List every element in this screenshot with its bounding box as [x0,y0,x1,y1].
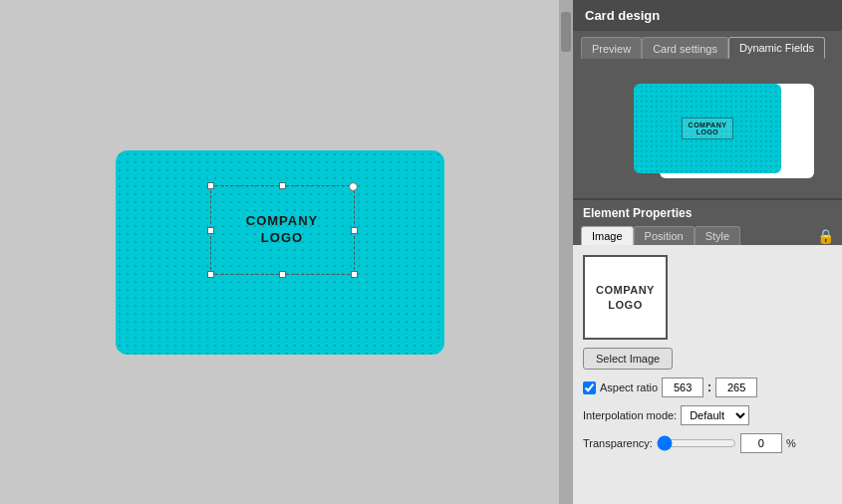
preview-card-main: COMPANYLOGO [634,84,781,173]
element-logo-text: COMPANY LOGO [596,283,655,312]
transparency-slider[interactable] [657,436,736,450]
handle-bot-center[interactable] [279,271,286,278]
lock-icon: 🔒 [817,228,834,244]
handle-top-right[interactable] [349,182,358,191]
tab-card-settings[interactable]: Card settings [642,37,728,59]
scrollbar-thumb[interactable] [561,12,571,52]
aspect-ratio-width[interactable] [662,378,703,397]
tab-dynamic-fields[interactable]: Dynamic Fields [728,37,825,59]
tab-preview[interactable]: Preview [581,37,642,59]
interpolation-select[interactable]: Default Linear Nearest Cubic [681,405,749,425]
interpolation-label: Interpolation mode: [583,409,677,421]
image-element-panel: COMPANY LOGO Select Image Aspect ratio :… [573,245,842,504]
element-logo-preview: COMPANY LOGO [583,255,668,340]
transparency-row: Transparency: % [583,433,832,453]
aspect-ratio-height[interactable] [715,378,757,397]
element-props-tabs: Image Position Style 🔒 [573,224,842,245]
handle-top-center[interactable] [279,182,286,189]
handle-top-left[interactable] [207,182,214,189]
aspect-ratio-checkbox[interactable] [583,381,596,394]
handle-bot-left[interactable] [207,271,214,278]
preview-logo-box: COMPANYLOGO [682,118,734,139]
transparency-label: Transparency: [583,437,653,449]
canvas-card[interactable]: COMPANYLOGO [116,150,444,355]
aspect-ratio-label: Aspect ratio [600,381,658,393]
selected-logo-element[interactable]: COMPANYLOGO [210,185,355,275]
card-design-tabs: Preview Card settings Dynamic Fields [573,31,842,59]
canvas-logo-text: COMPANYLOGO [246,213,318,247]
canvas-area: COMPANYLOGO [0,0,559,504]
elem-tab-image[interactable]: Image [581,226,634,245]
elem-tab-style[interactable]: Style [695,226,740,245]
elem-tab-position[interactable]: Position [634,226,695,245]
select-image-button[interactable]: Select Image [583,348,673,370]
transparency-value-input[interactable] [740,433,782,453]
handle-mid-right[interactable] [351,227,358,234]
scrollbar[interactable] [559,0,573,504]
card-preview-area: COMPANYLOGO [573,59,842,198]
handle-bot-right[interactable] [351,271,358,278]
aspect-ratio-row: Aspect ratio : [583,378,832,397]
right-panel: Card design Preview Card settings Dynami… [573,0,842,504]
element-props-title: Element Properties [573,200,842,224]
colon-separator: : [707,380,711,394]
panel-title: Card design [573,0,842,31]
preview-logo-text: COMPANYLOGO [689,122,727,135]
pct-label: % [786,437,796,449]
interpolation-row: Interpolation mode: Default Linear Neare… [583,405,832,425]
handle-mid-left[interactable] [207,227,214,234]
